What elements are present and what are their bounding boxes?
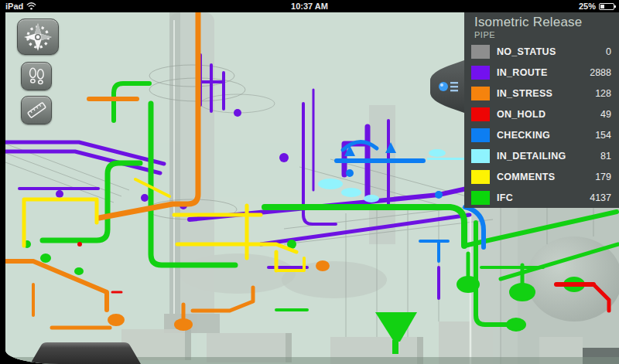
battery-icon (599, 3, 614, 10)
compass-button[interactable] (17, 19, 59, 55)
status-swatch (471, 149, 490, 163)
status-swatch (471, 45, 490, 59)
status-swatch (471, 107, 490, 121)
footsteps-icon (26, 66, 46, 87)
legend-row-ifc[interactable]: IFC 4137 (464, 187, 619, 208)
legend-row-no-status[interactable]: NO_STATUS 0 (464, 41, 619, 62)
status-swatch (471, 128, 490, 142)
model-viewport[interactable]: Isometric Release PIPE NO_STATUS 0 IN_RO… (5, 12, 619, 364)
panel-title: Isometric Release (464, 12, 619, 30)
panel-subtitle: PIPE (464, 30, 619, 39)
legend-panel-tab[interactable] (430, 60, 464, 113)
status-swatch (471, 170, 490, 184)
compass-icon (23, 23, 53, 51)
legend-row-in-route[interactable]: IN_ROUTE 2888 (464, 62, 619, 83)
clock: 10:37 AM (0, 2, 619, 11)
status-swatch (471, 191, 490, 205)
status-swatch (471, 87, 490, 100)
status-bar: iPad 10:37 AM 25% (0, 0, 619, 12)
ruler-icon (26, 100, 47, 120)
bottom-drawer-handle[interactable] (30, 342, 141, 364)
legend-row-checking[interactable]: CHECKING 154 (464, 124, 619, 145)
legend-row-comments[interactable]: COMMENTS 179 (464, 166, 619, 187)
measure-button[interactable] (21, 96, 52, 124)
legend-panel: Isometric Release PIPE NO_STATUS 0 IN_RO… (464, 12, 619, 208)
walk-mode-button[interactable] (21, 62, 52, 90)
legend-row-on-hold[interactable]: ON_HOLD 49 (464, 104, 619, 124)
status-swatch (471, 66, 490, 80)
battery-percent: 25% (579, 2, 596, 11)
legend-row-in-stress[interactable]: IN_STRESS 128 (464, 83, 619, 104)
legend-row-in-detailing[interactable]: IN_DETAILING 81 (464, 145, 619, 166)
